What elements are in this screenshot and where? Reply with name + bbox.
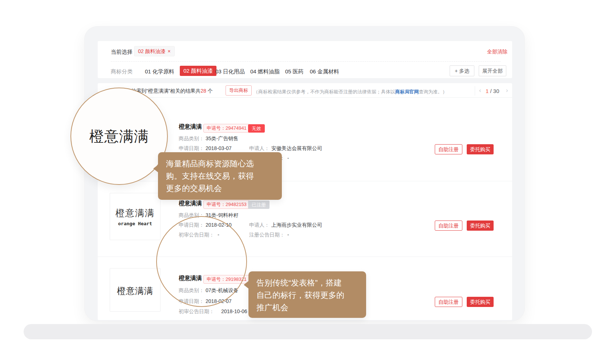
page-separator: /: [489, 88, 493, 94]
category-bar-label: 商标分类: [111, 68, 133, 75]
trademark-office-link[interactable]: 商标局官网: [395, 89, 419, 94]
entrust-buy-button[interactable]: 委托购买: [467, 297, 494, 307]
tab-category-01[interactable]: 01 化学原料: [145, 68, 174, 75]
application-number-tag: 申请号：29474941: [203, 124, 250, 133]
export-trademarks-button[interactable]: 导出商标: [226, 85, 252, 96]
disclaimer-text: （商标检索结果仅供参考，不作为商标能否注册的法律依据；具体以商标局官网查询为准。…: [254, 89, 447, 95]
apply-date-value: 2018-02-07: [206, 298, 232, 304]
tooltip-line: 更多的交易机会: [166, 182, 274, 195]
entrust-buy-button[interactable]: 委托购买: [467, 221, 494, 231]
trademark-image-3: 橙意满满: [110, 268, 161, 312]
disclaimer-prefix: （商标检索结果仅供参考，不作为商标能否注册的法律依据；具体以: [254, 89, 395, 94]
self-register-button[interactable]: 自助注册: [435, 297, 462, 307]
applicant-value: 上海雨步实业有限公司: [271, 222, 322, 228]
reg-pub-value: -: [287, 232, 289, 238]
category-label: 商品类别：: [179, 212, 204, 219]
results-header: 当前分类检索到“橙意满满”相关的结果共28 个 导出商标 （商标检索结果仅供参考…: [98, 83, 512, 98]
filter-card: 当前选择 02 颜料油漆× 全部清除 商标分类 01 化学原料 02 颜料油漆 …: [98, 41, 512, 78]
tab-category-05[interactable]: 05 医药: [285, 68, 304, 75]
apply-date-value: 2018-02-10: [206, 222, 232, 228]
app-no-label: 申请号：: [207, 125, 226, 131]
tooltip-line: 海量精品商标资源随心选: [166, 158, 274, 170]
dashed-divider: [111, 61, 500, 62]
disclaimer-suffix: 查询为准。）: [419, 89, 447, 94]
self-register-button[interactable]: 自助注册: [435, 221, 462, 231]
selected-filter-chip-label: 02 颜料油漆: [138, 48, 165, 54]
app-no-label: 申请号：: [207, 202, 226, 207]
current-selection-label: 当前选择: [111, 49, 133, 56]
category-value: 35类-广告销售: [206, 136, 238, 142]
first-pub-label: 初审公告日期：: [179, 232, 214, 238]
tooltip-line: 自己的标行，获得更多的: [256, 289, 358, 302]
page-canvas: 当前选择 02 颜料油漆× 全部清除 商标分类 01 化学原料 02 颜料油漆 …: [0, 0, 616, 364]
tab-category-04[interactable]: 04 燃料油脂: [250, 68, 280, 75]
apply-date-label: 申请日期：: [179, 145, 204, 152]
category-value: 07类-机械设备: [206, 287, 238, 294]
reg-pub-label: 注册公告日期：: [249, 232, 285, 238]
app-no-value: 29474941: [226, 125, 247, 131]
trademark-image-subtext: orange Heart: [110, 221, 160, 226]
entrust-buy-button[interactable]: 委托购买: [467, 144, 494, 154]
tooltip-promotion: 告别传统“发表格”，搭建 自己的标行，获得更多的 推广机会: [248, 271, 366, 318]
window-pedestal-bar: [24, 324, 592, 339]
application-number-tag: 申请号：29482153: [203, 200, 250, 209]
first-pub-label: 初审公告日期：: [179, 308, 214, 315]
first-pub-value: -: [218, 232, 219, 238]
apply-date-label: 申请日期：: [179, 298, 204, 305]
self-register-button[interactable]: 自助注册: [435, 144, 462, 154]
summary-suffix: 个: [206, 88, 213, 94]
trademark-name: 橙意满满: [179, 275, 202, 282]
trademark-name: 橙意满满: [179, 123, 202, 131]
pagination-indicator: 1 / 30: [486, 88, 499, 94]
tab-category-02-selected[interactable]: 02 颜料油漆: [180, 66, 216, 76]
tab-category-06[interactable]: 06 金属材料: [310, 68, 339, 75]
summary-count: 28: [200, 88, 206, 94]
application-number-tag: 申请号：29198321: [203, 275, 250, 284]
apply-date-value: 2018-03-07: [206, 145, 232, 151]
tooltip-trademark-resources: 海量精品商标资源随心选 购。支持在线交易，获得 更多的交易机会: [158, 152, 282, 200]
category-value: 31类-饲料种籽: [206, 212, 238, 219]
clear-all-button[interactable]: 全部清除: [487, 49, 507, 55]
reg-pub-value: -: [287, 155, 289, 161]
trademark-name: 橙意满满: [179, 200, 202, 207]
status-badge: 已注册: [248, 201, 270, 209]
category-label: 商品类别：: [179, 287, 204, 294]
selected-filter-chip[interactable]: 02 颜料油漆×: [134, 46, 175, 56]
pagination-divider: [475, 86, 475, 96]
expand-all-button[interactable]: 展开全部: [479, 65, 506, 76]
app-no-label: 申请号：: [207, 276, 226, 282]
multi-select-button[interactable]: + 多选: [450, 65, 474, 76]
applicant-label: 申请人：: [249, 145, 270, 152]
chip-close-icon[interactable]: ×: [167, 48, 170, 54]
status-badge: 无效: [248, 124, 265, 133]
apply-date-label: 申请日期：: [179, 222, 204, 228]
tooltip-line: 推广机会: [256, 302, 358, 314]
category-label: 商品类别：: [179, 136, 204, 142]
applicant-value: 安徽美达会展有限公司: [271, 145, 322, 152]
trademark-image-2: 橙意满满 orange Heart: [110, 193, 161, 240]
trademark-image-text: 橙意满满: [110, 207, 160, 219]
row-divider: [98, 256, 512, 257]
applicant-label: 申请人：: [249, 222, 270, 228]
prev-page-icon[interactable]: ‹: [479, 87, 481, 94]
app-no-value: 29482153: [226, 202, 247, 207]
magnified-trademark-text: 橙意满满: [89, 126, 149, 146]
tab-category-03[interactable]: 03 日化用品: [215, 68, 245, 75]
trademark-image-text: 橙意满满: [110, 285, 160, 297]
total-pages: 30: [493, 88, 499, 94]
first-pub-value: 2018-10-06: [221, 308, 247, 314]
tooltip-line: 告别传统“发表格”，搭建: [256, 277, 358, 289]
tooltip-line: 购。支持在线交易，获得: [166, 170, 274, 182]
next-page-icon[interactable]: ›: [506, 87, 508, 94]
